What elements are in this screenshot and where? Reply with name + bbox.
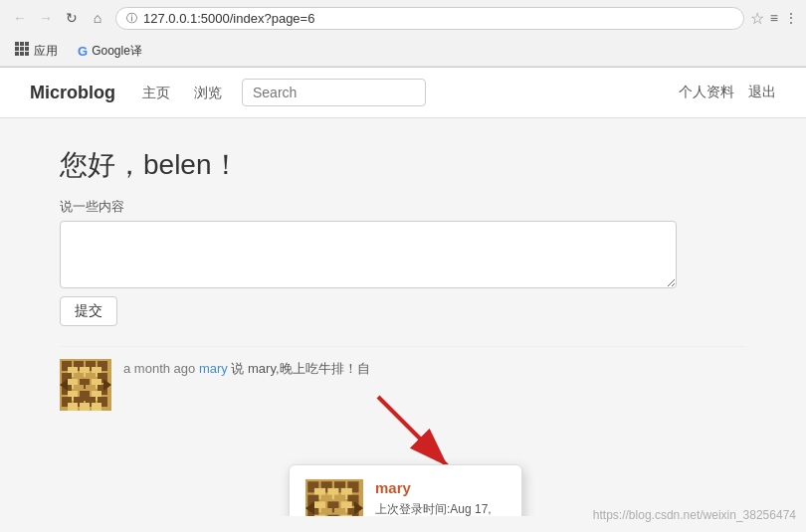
profile-link[interactable]: 个人资料 xyxy=(679,84,734,101)
navbar: Microblog 主页 浏览 个人资料 退出 xyxy=(0,68,806,118)
navbar-right: 个人资料 退出 xyxy=(679,84,776,101)
popup-avatar-svg xyxy=(305,479,363,516)
greeting-text: 您好，belen！ xyxy=(60,146,746,184)
post-body: a month ago mary 说 mary,晚上吃牛排！自 xyxy=(123,359,370,379)
svg-rect-8 xyxy=(25,52,29,56)
google-translate-bookmark[interactable]: G Google译 xyxy=(72,41,148,62)
bookmarks-bar: ​ 应用 G Google译 xyxy=(0,36,806,67)
nav-home[interactable]: 主页 xyxy=(130,68,182,117)
main-content-area: 您好，belen！ 说一些内容 提交 xyxy=(0,118,806,516)
post-item: a month ago mary 说 mary,晚上吃牛排！自 xyxy=(60,346,746,423)
svg-rect-36 xyxy=(80,403,90,411)
google-translate-label: Google译 xyxy=(92,43,142,60)
post-form: 说一些内容 提交 xyxy=(60,198,746,326)
svg-rect-2 xyxy=(25,42,29,46)
svg-rect-5 xyxy=(25,47,29,51)
svg-rect-63 xyxy=(341,515,352,516)
post-textarea[interactable] xyxy=(60,221,677,288)
address-bar[interactable]: ⓘ 127.0.0.1:5000/index?page=6 xyxy=(115,7,744,30)
svg-rect-6 xyxy=(15,52,19,56)
popup-last-login: 上次登录时间:Aug 17, 2018 4:04 PM xyxy=(375,500,505,516)
url-text: 127.0.0.1:5000/index?page=6 xyxy=(143,11,733,26)
svg-rect-3 xyxy=(15,47,19,51)
nav-browse[interactable]: 浏览 xyxy=(182,68,234,117)
apps-icon: ​ xyxy=(14,41,30,61)
avatar-svg xyxy=(60,359,111,411)
post-label: 说一些内容 xyxy=(60,198,746,216)
lock-icon: ⓘ xyxy=(126,11,137,26)
main-content: 您好，belen！ 说一些内容 提交 xyxy=(0,118,806,450)
apps-label: 应用 xyxy=(34,43,58,60)
forward-button[interactable]: → xyxy=(34,6,58,30)
popup-header: mary 上次登录时间:Aug 17, 2018 4:04 PM xyxy=(305,479,505,516)
popup-username: mary xyxy=(375,479,505,496)
submit-button[interactable]: 提交 xyxy=(60,296,117,326)
extension-button[interactable]: ≡ xyxy=(770,10,778,26)
svg-rect-0 xyxy=(15,42,19,46)
popup-avatar xyxy=(305,479,363,516)
post-author-link[interactable]: mary xyxy=(199,361,228,376)
user-popup: mary 上次登录时间:Aug 17, 2018 4:04 PM 2 关注者,关… xyxy=(289,464,522,516)
navbar-inner: Microblog 主页 浏览 个人资料 退出 xyxy=(0,68,806,117)
home-button[interactable]: ⌂ xyxy=(86,6,109,30)
more-button[interactable]: ⋮ xyxy=(784,10,798,26)
svg-rect-62 xyxy=(327,515,338,516)
posts-list: a month ago mary 说 mary,晚上吃牛排！自 xyxy=(60,346,746,423)
search-input[interactable] xyxy=(242,79,426,106)
back-button[interactable]: ← xyxy=(8,6,32,30)
svg-rect-7 xyxy=(20,52,24,56)
post-time: a month ago xyxy=(123,361,199,376)
navbar-brand[interactable]: Microblog xyxy=(30,83,115,103)
apps-bookmark[interactable]: ​ 应用 xyxy=(8,39,64,63)
reload-button[interactable]: ↻ xyxy=(60,6,84,30)
svg-rect-61 xyxy=(314,515,325,516)
svg-rect-37 xyxy=(92,403,101,411)
search-container xyxy=(242,79,426,106)
popup-details: mary 上次登录时间:Aug 17, 2018 4:04 PM xyxy=(375,479,505,516)
google-translate-icon: G xyxy=(78,44,88,59)
post-text: 说 mary,晚上吃牛排！自 xyxy=(231,361,369,376)
svg-rect-35 xyxy=(68,403,78,411)
logout-link[interactable]: 退出 xyxy=(748,84,776,101)
svg-rect-1 xyxy=(20,42,24,46)
nav-buttons: ← → ↻ ⌂ xyxy=(8,6,109,30)
browser-toolbar: ← → ↻ ⌂ ⓘ 127.0.0.1:5000/index?page=6 ☆ … xyxy=(0,0,806,36)
browser-chrome: ← → ↻ ⌂ ⓘ 127.0.0.1:5000/index?page=6 ☆ … xyxy=(0,0,806,68)
bookmark-star-button[interactable]: ☆ xyxy=(750,9,764,28)
avatar xyxy=(60,359,111,411)
svg-rect-4 xyxy=(20,47,24,51)
